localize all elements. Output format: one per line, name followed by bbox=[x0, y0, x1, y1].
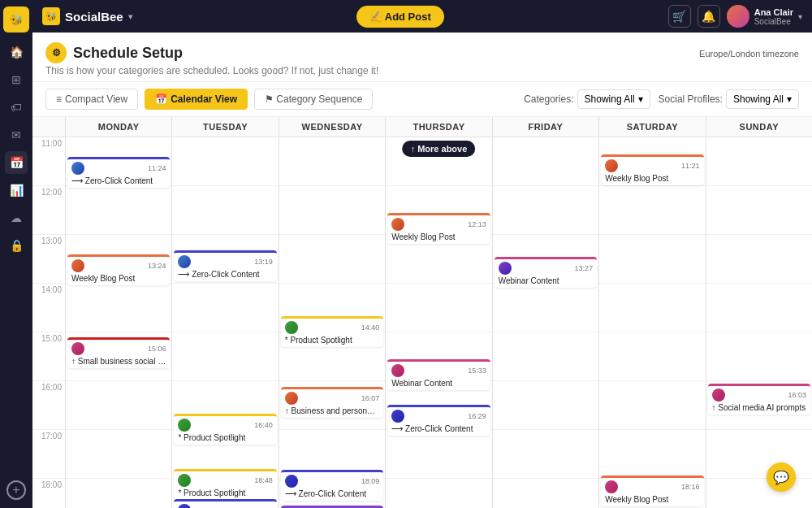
sidebar-item-home[interactable]: 🏠 bbox=[5, 41, 28, 63]
wed-slot-12 bbox=[279, 186, 385, 235]
friday-column: 13:27 Webinar Content bbox=[492, 137, 598, 508]
event-avatar bbox=[71, 162, 84, 175]
social-profiles-filter: Social Profiles: Showing All ▾ bbox=[659, 89, 799, 109]
fri-slot-18 bbox=[493, 479, 598, 508]
event-title: ↑ Small business social medi... bbox=[71, 357, 166, 366]
time-16: 16:00 bbox=[32, 381, 65, 430]
more-above-badge[interactable]: ↑ More above bbox=[403, 141, 476, 157]
event-sunday-1[interactable]: 16:03 ↑ Social media AI prompts bbox=[708, 384, 810, 415]
event-time: 14:40 bbox=[361, 323, 380, 332]
social-profiles-chevron: ▾ bbox=[787, 93, 792, 105]
sidebar-item-lock[interactable]: 🔒 bbox=[5, 234, 28, 257]
wednesday-column: 14:40 * Product Spotlight 16:07 ↑ Busine… bbox=[279, 137, 385, 508]
sidebar-item-grid[interactable]: ⊞ bbox=[5, 68, 28, 91]
saturday-column: 11:21 Weekly Blog Post 18:16 Weekly Blog… bbox=[598, 137, 705, 508]
event-title: ⟶ Zero-Click Content bbox=[391, 424, 486, 433]
fri-slot-17 bbox=[493, 430, 598, 479]
sidebar-item-category[interactable]: 🏷 bbox=[5, 96, 28, 119]
event-tuesday-2[interactable]: 16:40 * Product Spotlight bbox=[174, 414, 276, 445]
page-header: ⚙ Schedule Setup This is how your catego… bbox=[32, 33, 812, 82]
compact-view-icon: ≡ bbox=[56, 93, 62, 105]
thu-slot-18 bbox=[386, 479, 491, 508]
event-title: ⟶ Zero-Click Content bbox=[285, 489, 379, 498]
event-title: Webinar Content bbox=[391, 379, 486, 388]
event-avatar bbox=[178, 504, 191, 508]
social-profiles-select[interactable]: Showing All ▾ bbox=[726, 89, 799, 109]
tuesday-slot-11 bbox=[172, 137, 278, 186]
chat-button[interactable]: 💬 bbox=[767, 462, 796, 492]
user-menu[interactable]: Ana Clair SocialBee ▾ bbox=[727, 5, 802, 28]
categories-label: Categories: bbox=[524, 93, 573, 105]
event-wednesday-2[interactable]: 16:07 ↑ Business and personal bra... bbox=[281, 387, 383, 418]
time-header-cell bbox=[32, 117, 65, 137]
event-monday-2[interactable]: 13:24 Weekly Blog Post bbox=[67, 254, 170, 285]
time-18: 18:00 bbox=[32, 479, 65, 508]
event-avatar bbox=[605, 480, 618, 493]
event-time: 18:09 bbox=[361, 477, 380, 485]
brand-icon: 🐝 bbox=[42, 7, 60, 25]
day-header-friday: FRIDAY bbox=[492, 117, 598, 137]
add-post-button[interactable]: ✍ Add Post bbox=[356, 6, 444, 28]
monday-slot-12 bbox=[66, 186, 171, 235]
event-title: Weekly Blog Post bbox=[605, 174, 699, 183]
category-sequence-button[interactable]: ⚑ Category Sequence bbox=[254, 89, 373, 110]
day-header-sunday: SUNDAY bbox=[706, 117, 812, 137]
brand-logo[interactable]: 🐝 SocialBee ▾ bbox=[42, 7, 132, 25]
categories-filter: Categories: Showing All ▾ bbox=[524, 89, 650, 109]
monday-slot-18 bbox=[66, 479, 171, 508]
time-14: 14:00 bbox=[32, 284, 65, 332]
event-avatar bbox=[71, 342, 84, 355]
event-thursday-1[interactable]: 12:13 Weekly Blog Post bbox=[387, 213, 490, 244]
event-avatar bbox=[178, 474, 191, 487]
categories-select[interactable]: Showing All ▾ bbox=[577, 89, 650, 109]
sidebar: 🐝 🏠 ⊞ 🏷 ✉ 📅 📊 ☁ 🔒 + bbox=[0, 0, 32, 508]
sun-slot-17 bbox=[706, 430, 812, 479]
event-thursday-3[interactable]: 16:29 ⟶ Zero-Click Content bbox=[387, 405, 490, 436]
event-tuesday-1[interactable]: 13:19 ⟶ Zero-Click Content bbox=[174, 250, 276, 281]
event-tuesday-4[interactable]: 18:09 ⟶ Zero-Click Content bbox=[174, 499, 276, 508]
event-thursday-2[interactable]: 15:33 Webinar Content bbox=[387, 359, 490, 390]
brand-name: SocialBee bbox=[65, 10, 123, 24]
sidebar-logo[interactable]: 🐝 bbox=[3, 7, 29, 33]
event-avatar bbox=[71, 259, 84, 272]
sun-slot-18 bbox=[706, 479, 812, 508]
time-11: 11:00 bbox=[32, 137, 65, 186]
sidebar-item-calendar[interactable]: 📅 bbox=[5, 151, 28, 174]
event-saturday-1[interactable]: 11:21 Weekly Blog Post bbox=[601, 154, 703, 185]
sidebar-item-cloud[interactable]: ☁ bbox=[5, 206, 28, 229]
event-saturday-2[interactable]: 18:16 Weekly Blog Post bbox=[601, 475, 703, 506]
calendar-view-button[interactable]: 📅 Calendar View bbox=[145, 89, 248, 110]
time-12: 12:00 bbox=[32, 186, 65, 235]
tuesday-slot-12 bbox=[172, 186, 278, 235]
event-wednesday-1[interactable]: 14:40 * Product Spotlight bbox=[281, 316, 383, 347]
event-friday-1[interactable]: 13:27 Webinar Content bbox=[495, 257, 597, 288]
tuesday-slot-15 bbox=[172, 332, 278, 381]
thursday-column: ↑ More above 12:13 Weekly Blog Post 15:3… bbox=[385, 137, 491, 508]
sat-slot-17 bbox=[599, 430, 705, 479]
monday-slot-14 bbox=[66, 284, 171, 332]
toolbar-right: Categories: Showing All ▾ Social Profile… bbox=[524, 89, 799, 109]
event-time: 16:07 bbox=[361, 394, 380, 402]
event-avatar bbox=[499, 262, 512, 275]
sidebar-item-chart[interactable]: 📊 bbox=[5, 179, 28, 202]
event-time: 18:48 bbox=[254, 476, 273, 484]
categories-value: Showing All bbox=[585, 93, 635, 105]
cart-button[interactable]: 🛒 bbox=[668, 5, 691, 28]
compact-view-button[interactable]: ≡ Compact View bbox=[45, 89, 138, 110]
top-navigation: 🐝 SocialBee ▾ ✍ Add Post 🛒 🔔 Ana Clair S… bbox=[32, 0, 812, 33]
event-time: 11:24 bbox=[148, 164, 166, 172]
sidebar-item-mail[interactable]: ✉ bbox=[5, 124, 28, 146]
event-tuesday-3[interactable]: 18:48 * Product Spotlight bbox=[174, 469, 276, 500]
sunday-column: 16:03 ↑ Social media AI prompts bbox=[706, 137, 812, 508]
calendar-view: MONDAY TUESDAY WEDNESDAY THURSDAY FRIDAY… bbox=[32, 117, 812, 508]
fri-slot-12 bbox=[493, 186, 598, 235]
event-wednesday-3[interactable]: 18:09 ⟶ Zero-Click Content bbox=[281, 470, 383, 501]
notifications-button[interactable]: 🔔 bbox=[698, 5, 720, 28]
event-monday-1[interactable]: 11:24 ⟶ Zero-Click Content bbox=[67, 157, 170, 188]
event-title: * Product Spotlight bbox=[178, 433, 272, 442]
event-monday-3[interactable]: 15:06 ↑ Small business social medi... bbox=[67, 337, 170, 368]
sidebar-item-add[interactable]: + bbox=[5, 479, 28, 501]
monday-slot-16 bbox=[66, 381, 171, 430]
sat-slot-14 bbox=[599, 284, 705, 332]
event-title: * Product Spotlight bbox=[285, 336, 379, 345]
